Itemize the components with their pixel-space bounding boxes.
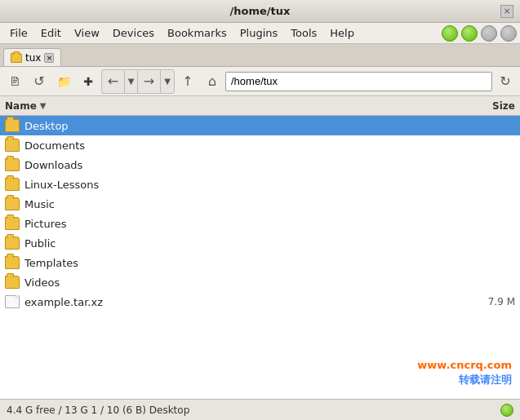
- parent-dir-button[interactable]: ↑: [176, 70, 199, 93]
- address-bar-input[interactable]: [225, 72, 492, 91]
- status-led-icon: [500, 404, 513, 417]
- list-item[interactable]: example.tar.xz7.9 M: [0, 292, 520, 312]
- file-icon: [5, 295, 20, 308]
- menu-bar: File Edit View Devices Bookmarks Plugins…: [0, 23, 520, 44]
- toolbar: 🖹 ↺ 📁 ✚ ← ▼ → ▼ ↑ ⌂ ↻: [0, 67, 520, 96]
- name-column-header[interactable]: Name ▼: [5, 100, 458, 112]
- file-name-label: Music: [24, 198, 458, 210]
- refresh-button[interactable]: ↻: [494, 70, 517, 93]
- menu-file[interactable]: File: [3, 25, 34, 41]
- tab-bar: tux ×: [0, 44, 520, 67]
- back-dropdown-button[interactable]: ▼: [125, 70, 138, 93]
- tab-label: tux: [25, 52, 41, 64]
- file-name-label: Downloads: [24, 159, 458, 171]
- menu-help[interactable]: Help: [323, 25, 361, 41]
- shade-button[interactable]: [481, 25, 497, 42]
- new-folder-button[interactable]: ✚: [77, 70, 100, 93]
- folder-icon: [5, 197, 20, 210]
- up-button[interactable]: 📁: [52, 70, 75, 93]
- tab-tux[interactable]: tux ×: [3, 48, 61, 66]
- list-item[interactable]: Desktop: [0, 116, 520, 135]
- folder-icon: [5, 237, 20, 250]
- maximize-button[interactable]: [442, 25, 458, 42]
- nav-button-group: ← ▼ → ▼: [101, 69, 175, 94]
- file-name-label: Linux-Lessons: [24, 179, 458, 191]
- roll-button[interactable]: [500, 25, 517, 42]
- window-controls: [442, 25, 517, 42]
- sort-arrow-icon: ▼: [40, 101, 47, 110]
- menu-plugins[interactable]: Plugins: [233, 25, 285, 41]
- file-size-label: 7.9 M: [458, 296, 515, 307]
- minimize-button[interactable]: [461, 25, 478, 42]
- folder-icon: [5, 158, 20, 171]
- list-item[interactable]: Documents: [0, 135, 520, 155]
- window-close-button[interactable]: ×: [500, 5, 513, 18]
- folder-icon: [5, 276, 20, 289]
- new-window-button[interactable]: 🖹: [3, 70, 26, 93]
- status-text: 4.4 G free / 13 G 1 / 10 (6 B) Desktop: [7, 405, 500, 416]
- file-list: DesktopDocumentsDownloadsLinux-LessonsMu…: [0, 116, 520, 399]
- navigate-back-button[interactable]: ←: [102, 70, 125, 93]
- file-name-label: Templates: [24, 257, 458, 269]
- file-name-label: Videos: [24, 276, 458, 289]
- size-column-header[interactable]: Size: [458, 100, 515, 112]
- file-name-label: Documents: [24, 139, 458, 152]
- menu-devices[interactable]: Devices: [106, 25, 161, 41]
- menu-tools[interactable]: Tools: [284, 25, 323, 41]
- menu-bookmarks[interactable]: Bookmarks: [161, 25, 233, 41]
- list-item[interactable]: Music: [0, 194, 520, 214]
- folder-icon: [5, 119, 20, 132]
- file-name-label: Pictures: [24, 218, 458, 230]
- list-item[interactable]: Downloads: [0, 155, 520, 175]
- list-item[interactable]: Videos: [0, 272, 520, 292]
- folder-icon: [5, 217, 20, 230]
- folder-icon: [5, 139, 20, 152]
- column-header: Name ▼ Size: [0, 96, 520, 116]
- status-bar: 4.4 G free / 13 G 1 / 10 (6 B) Desktop: [0, 399, 520, 420]
- file-name-label: Desktop: [24, 120, 458, 132]
- file-name-label: Public: [24, 237, 458, 250]
- folder-icon: [5, 178, 20, 191]
- window-title: /home/tux: [230, 5, 291, 17]
- list-item[interactable]: Templates: [0, 253, 520, 272]
- list-item[interactable]: Linux-Lessons: [0, 175, 520, 194]
- file-name-label: example.tar.xz: [24, 296, 458, 308]
- tab-close-button[interactable]: ×: [44, 53, 54, 63]
- menu-edit[interactable]: Edit: [34, 25, 68, 41]
- list-item[interactable]: Public: [0, 233, 520, 253]
- forward-dropdown-button[interactable]: ▼: [161, 70, 174, 93]
- navigate-forward-button[interactable]: →: [138, 70, 161, 93]
- tab-folder-icon: [11, 53, 22, 63]
- home-button[interactable]: ⌂: [201, 70, 224, 93]
- back-button[interactable]: ↺: [28, 70, 51, 93]
- title-bar: /home/tux ×: [0, 0, 520, 23]
- menu-view[interactable]: View: [68, 25, 106, 41]
- list-item[interactable]: Pictures: [0, 214, 520, 233]
- folder-icon: [5, 256, 20, 269]
